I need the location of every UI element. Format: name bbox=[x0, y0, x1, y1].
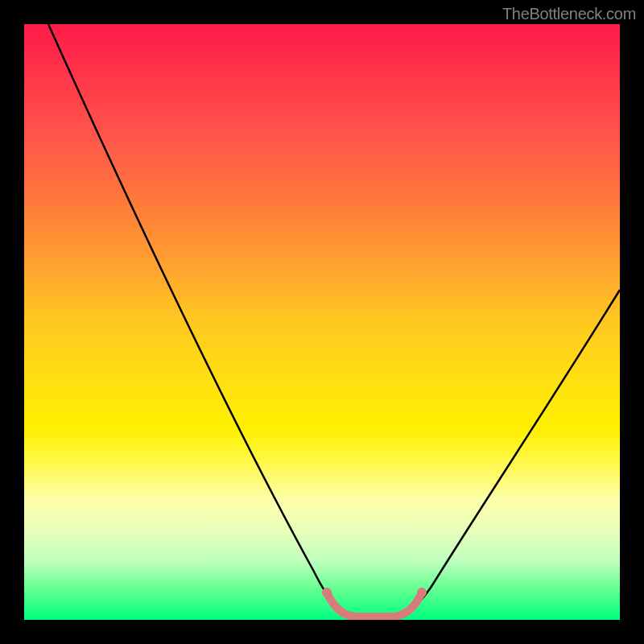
chart-container: TheBottleneck.com bbox=[0, 0, 644, 644]
optimal-highlight bbox=[327, 592, 422, 617]
highlight-dot-right bbox=[417, 588, 427, 597]
bottleneck-curve bbox=[48, 24, 620, 617]
chart-svg bbox=[24, 24, 620, 620]
watermark-text: TheBottleneck.com bbox=[502, 5, 636, 23]
highlight-dot-left bbox=[322, 588, 332, 597]
